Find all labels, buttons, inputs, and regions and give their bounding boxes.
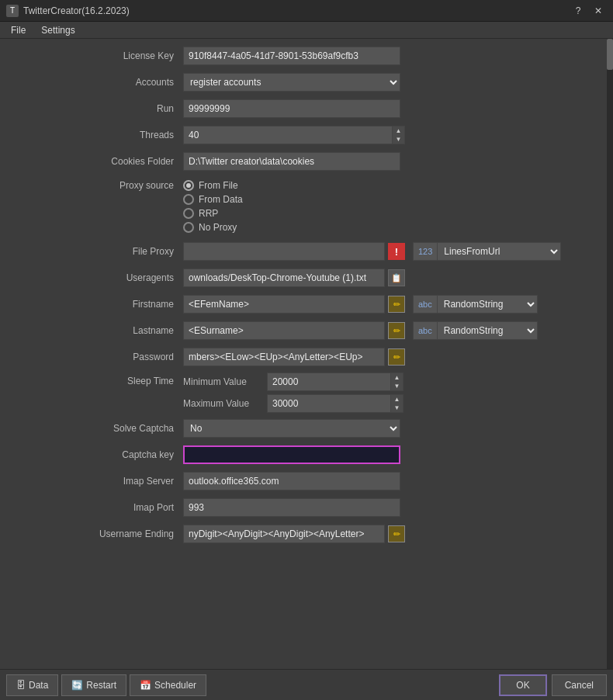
solve-captcha-label: Solve Captcha	[12, 423, 183, 434]
main-content: License Key Accounts register accounts R…	[0, 39, 613, 669]
close-button[interactable]: ✕	[590, 5, 607, 17]
imap-port-row: Imap Port	[12, 497, 601, 518]
menu-bar: File Settings	[0, 22, 613, 39]
file-proxy-label: File Proxy	[12, 246, 183, 257]
solve-captcha-row: Solve Captcha No	[12, 418, 601, 439]
accounts-row: Accounts register accounts	[12, 71, 601, 93]
ok-button[interactable]: OK	[499, 674, 546, 696]
scrollbar[interactable]	[607, 39, 613, 669]
proxy-radio-from-data[interactable]	[183, 194, 194, 205]
imap-port-input[interactable]	[183, 498, 400, 517]
proxy-radio-no-proxy[interactable]	[183, 222, 194, 233]
imap-server-input[interactable]	[183, 472, 400, 490]
calendar-icon: 📅	[140, 680, 151, 691]
sleep-max-label: Maximum Value	[183, 398, 261, 409]
firstname-random-dropdown[interactable]: RandomString	[437, 295, 538, 314]
sleep-min-input[interactable]	[267, 373, 391, 391]
useragents-input[interactable]	[183, 269, 385, 287]
lastname-random-dropdown[interactable]: RandomString	[437, 321, 538, 340]
restart-button-label: Restart	[86, 680, 116, 691]
useragents-row: Useragents 📋	[12, 267, 601, 289]
threads-spinner[interactable]: ▲ ▼	[393, 126, 405, 144]
password-row: Password ✏	[12, 346, 601, 368]
sleep-min-label: Minimum Value	[183, 376, 261, 387]
lines-from-url-dropdown[interactable]: LinesFromUrl	[437, 242, 561, 261]
proxy-source-label: Proxy source	[12, 177, 183, 191]
threads-label: Threads	[12, 130, 183, 140]
restart-button[interactable]: 🔄 Restart	[61, 674, 126, 696]
username-ending-input[interactable]	[183, 525, 385, 543]
title-bar: T TwitterCreator(16.2.2023) ? ✕	[0, 0, 613, 22]
lastname-row: Lastname ✏ abc RandomString	[12, 320, 601, 341]
scheduler-button-label: Scheduler	[154, 680, 196, 691]
password-label: Password	[12, 352, 183, 362]
sleep-max-spinner-up[interactable]: ▲	[391, 395, 403, 404]
threads-spinner-up[interactable]: ▲	[393, 126, 404, 135]
firstname-row: Firstname ✏ abc RandomString	[12, 293, 601, 315]
password-input[interactable]	[183, 348, 385, 366]
sleep-time-label: Sleep Time	[12, 373, 183, 386]
proxy-radio-rrp[interactable]	[183, 208, 194, 219]
file-proxy-error-button[interactable]: !	[388, 243, 405, 260]
cancel-button[interactable]: Cancel	[552, 674, 607, 696]
password-edit-button[interactable]: ✏	[388, 348, 405, 366]
username-ending-row: Username Ending ✏	[12, 523, 601, 545]
lastname-input[interactable]	[183, 321, 385, 340]
accounts-label: Accounts	[12, 77, 183, 88]
run-label: Run	[12, 103, 183, 114]
firstname-edit-button[interactable]: ✏	[388, 296, 405, 313]
scrollbar-thumb[interactable]	[607, 39, 613, 70]
cookies-folder-input[interactable]	[183, 152, 400, 171]
threads-spinner-down[interactable]: ▼	[393, 135, 404, 144]
captcha-key-input[interactable]	[183, 445, 400, 464]
threads-row: Threads ▲ ▼	[12, 124, 601, 146]
help-button[interactable]: ?	[570, 5, 587, 17]
file-proxy-row: File Proxy ! 123 LinesFromUrl	[12, 241, 601, 262]
file-proxy-input[interactable]	[183, 242, 385, 261]
database-icon: 🗄	[16, 680, 26, 691]
run-input[interactable]	[183, 99, 400, 118]
sleep-min-spinner-down[interactable]: ▼	[391, 382, 403, 390]
proxy-label-no-proxy: No Proxy	[199, 222, 237, 233]
proxy-option-from-data[interactable]: From Data	[183, 194, 243, 205]
firstname-input[interactable]	[183, 295, 385, 314]
imap-port-label: Imap Port	[12, 502, 183, 513]
lastname-label: Lastname	[12, 325, 183, 336]
data-button-label: Data	[29, 680, 48, 691]
lastname-edit-button[interactable]: ✏	[388, 322, 405, 339]
lines-prefix-label: 123	[413, 242, 437, 261]
sleep-min-spinner[interactable]: ▲ ▼	[391, 373, 403, 391]
firstname-label: Firstname	[12, 299, 183, 310]
proxy-label-rrp: RRP	[199, 208, 218, 219]
sleep-min-spinner-up[interactable]: ▲	[391, 373, 403, 382]
app-icon: T	[6, 5, 19, 17]
run-row: Run	[12, 98, 601, 120]
useragents-file-button[interactable]: 📋	[388, 269, 405, 286]
imap-server-label: Imap Server	[12, 476, 183, 487]
proxy-source-row: Proxy source From File From Data RRP No …	[12, 177, 601, 236]
menu-file[interactable]: File	[3, 23, 33, 37]
proxy-label-from-data: From Data	[199, 194, 243, 205]
license-key-input[interactable]	[183, 47, 400, 65]
threads-input[interactable]	[183, 126, 393, 144]
sleep-time-row: Sleep Time Minimum Value ▲ ▼ Maximum Val…	[12, 373, 601, 413]
data-button[interactable]: 🗄 Data	[6, 674, 58, 696]
imap-server-row: Imap Server	[12, 470, 601, 492]
sleep-max-spinner-down[interactable]: ▼	[391, 404, 403, 412]
sleep-max-input[interactable]	[267, 394, 391, 413]
proxy-option-no-proxy[interactable]: No Proxy	[183, 222, 243, 233]
proxy-option-rrp[interactable]: RRP	[183, 208, 243, 219]
accounts-dropdown[interactable]: register accounts	[183, 73, 400, 92]
useragents-label: Useragents	[12, 272, 183, 283]
menu-settings[interactable]: Settings	[33, 23, 82, 37]
proxy-label-from-file: From File	[199, 180, 238, 191]
sleep-max-spinner[interactable]: ▲ ▼	[391, 394, 403, 413]
scheduler-button[interactable]: 📅 Scheduler	[130, 674, 206, 696]
solve-captcha-dropdown[interactable]: No	[183, 419, 400, 438]
restart-icon: 🔄	[71, 680, 83, 691]
window-title: TwitterCreator(16.2.2023)	[23, 5, 130, 16]
proxy-radio-group: From File From Data RRP No Proxy	[183, 177, 243, 236]
username-ending-edit-button[interactable]: ✏	[388, 525, 405, 542]
proxy-radio-from-file[interactable]	[183, 180, 194, 191]
proxy-option-from-file[interactable]: From File	[183, 180, 243, 191]
